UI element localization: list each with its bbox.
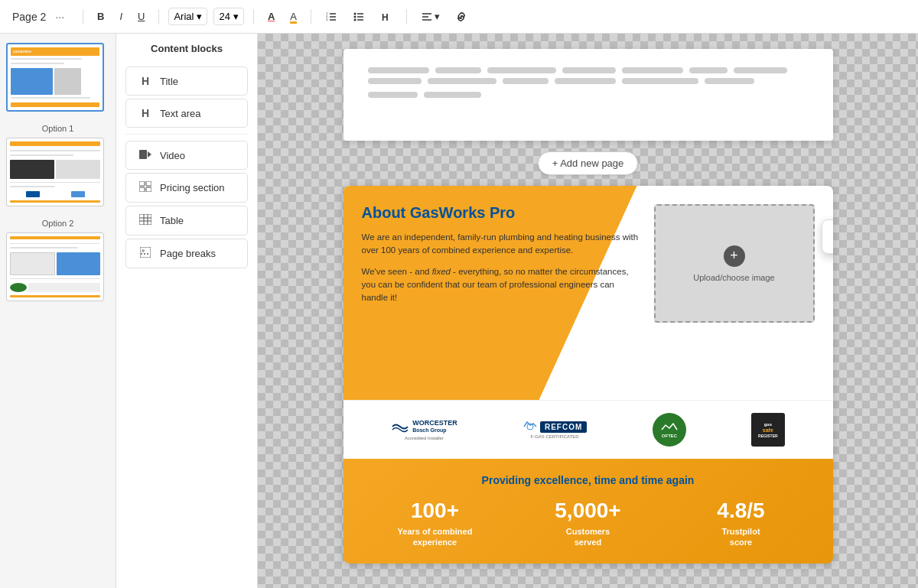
heading-block-icon: H bbox=[138, 75, 152, 87]
heading-icon: H bbox=[380, 11, 392, 23]
refcom-icon bbox=[522, 421, 538, 433]
link-button[interactable] bbox=[451, 8, 472, 26]
toolbar-sep-1 bbox=[83, 9, 83, 24]
page-label: Page 2 bbox=[12, 11, 46, 23]
block-label-text-area: Text area bbox=[160, 108, 200, 119]
svg-text:OFTEC: OFTEC bbox=[661, 434, 677, 438]
refcom-sub: F-GAS CERTIFICATED bbox=[531, 434, 579, 439]
thumb-group-1: GASWORKS bbox=[6, 43, 109, 112]
align-button[interactable]: ▾ bbox=[416, 8, 444, 26]
svg-rect-27 bbox=[140, 247, 151, 258]
page-card bbox=[343, 49, 833, 141]
block-item-title[interactable]: H Title bbox=[125, 67, 248, 96]
block-label-table: Table bbox=[160, 215, 184, 226]
stats-row: 100+ Years of combinedexperience 5,000+ … bbox=[359, 499, 818, 548]
stat-label-1: Customersserved bbox=[512, 526, 665, 548]
svg-rect-18 bbox=[139, 181, 145, 186]
unordered-list-button[interactable] bbox=[348, 8, 369, 26]
worcester-logo: WORCESTER Bosch Group Accredited Install… bbox=[391, 419, 457, 440]
about-image-col: + Upload/choose image 🖼 Image 👆 bbox=[654, 204, 815, 382]
worcester-bosch: Bosch Group bbox=[412, 427, 457, 434]
partners-row: WORCESTER Bosch Group Accredited Install… bbox=[343, 400, 833, 459]
image-tooltip: 🖼 Image bbox=[822, 219, 832, 254]
svg-point-28 bbox=[142, 249, 145, 252]
block-label-page-breaks: Page breaks bbox=[160, 248, 216, 259]
italic-button[interactable]: I bbox=[115, 8, 127, 25]
heading-button[interactable]: H bbox=[376, 8, 397, 26]
toolbar: Page 2 ··· B I U Arial ▾ 24 ▾ A A 1.2.3.… bbox=[0, 0, 918, 34]
thumbnail-1[interactable]: GASWORKS bbox=[6, 43, 104, 112]
text-color-button[interactable]: A bbox=[263, 8, 279, 25]
svg-point-11 bbox=[354, 18, 356, 21]
about-text-col: About GasWorks Pro We are an independent… bbox=[362, 204, 639, 382]
refcom-logo: REFCOM F-GAS CERTIFICATED bbox=[522, 421, 587, 439]
toolbar-sep-3 bbox=[253, 9, 254, 24]
toolbar-sep-4 bbox=[311, 9, 311, 24]
about-top-section: About GasWorks Pro We are an independent… bbox=[343, 186, 833, 400]
canvas-area: + Add new page About GasWorks Pro We are… bbox=[258, 34, 918, 588]
stat-number-1: 5,000+ bbox=[512, 499, 665, 523]
worcester-name: WORCESTER bbox=[412, 420, 457, 427]
page-text-block[interactable] bbox=[343, 49, 833, 141]
stat-number-0: 100+ bbox=[359, 499, 512, 523]
thumb-group-3: Option 2 bbox=[6, 219, 109, 301]
ordered-list-icon: 1.2.3. bbox=[325, 11, 337, 23]
upload-plus-icon: + bbox=[724, 245, 745, 267]
image-upload-label: Upload/choose image bbox=[693, 273, 774, 282]
ordered-list-button[interactable]: 1.2.3. bbox=[321, 8, 342, 26]
font-family-select[interactable]: Arial ▾ bbox=[168, 8, 207, 25]
block-item-text-area[interactable]: H Text area bbox=[125, 99, 248, 128]
svg-rect-20 bbox=[139, 187, 145, 192]
thumb-label-3: Option 2 bbox=[6, 219, 109, 228]
block-label-title: Title bbox=[160, 76, 178, 87]
about-card: About GasWorks Pro We are an independent… bbox=[343, 186, 833, 564]
main-layout: GASWORKS Option 1 bbox=[0, 34, 918, 588]
align-icon bbox=[421, 11, 433, 23]
toolbar-sep-5 bbox=[406, 9, 407, 24]
highlight-button[interactable]: A bbox=[285, 8, 301, 25]
thumbnail-3[interactable] bbox=[6, 232, 104, 301]
add-new-page-button[interactable]: + Add new page bbox=[538, 151, 639, 175]
pricing-block-icon bbox=[138, 181, 152, 194]
font-size-select[interactable]: 24 ▾ bbox=[213, 8, 243, 25]
table-block-icon bbox=[138, 214, 152, 227]
svg-rect-16 bbox=[139, 150, 147, 159]
about-content: About GasWorks Pro We are an independent… bbox=[343, 186, 833, 400]
stat-item-0: 100+ Years of combinedexperience bbox=[359, 499, 512, 548]
page-menu-dots[interactable]: ··· bbox=[55, 11, 64, 23]
svg-marker-17 bbox=[148, 151, 151, 158]
image-upload-box[interactable]: + Upload/choose image bbox=[654, 204, 815, 323]
gassafe-box: gas safe REGISTER bbox=[751, 413, 785, 447]
video-block-icon bbox=[138, 149, 152, 161]
svg-point-31 bbox=[656, 416, 683, 443]
svg-point-10 bbox=[354, 15, 356, 18]
text-placeholder bbox=[368, 67, 809, 98]
sidebar-thumbnails: GASWORKS Option 1 bbox=[0, 34, 116, 588]
block-label-video: Video bbox=[160, 150, 185, 161]
content-blocks-panel: Content blocks H Title H Text area Video… bbox=[116, 34, 258, 588]
svg-rect-22 bbox=[139, 214, 151, 225]
about-body-2: We've seen - and fixed - everything, so … bbox=[362, 265, 639, 305]
svg-point-9 bbox=[354, 12, 356, 15]
stats-title: Providing excellence, time and time agai… bbox=[359, 474, 818, 486]
text-area-block-icon: H bbox=[138, 107, 152, 119]
block-divider-1 bbox=[125, 134, 248, 135]
worcester-wave-icon bbox=[391, 419, 409, 434]
block-item-video[interactable]: Video bbox=[125, 141, 248, 170]
block-item-table[interactable]: Table bbox=[125, 206, 248, 236]
block-item-pricing[interactable]: Pricing section bbox=[125, 173, 248, 203]
underline-button[interactable]: U bbox=[133, 8, 149, 25]
about-body-1: We are an independent, family-run plumbi… bbox=[362, 231, 639, 258]
unordered-list-icon bbox=[353, 11, 365, 23]
thumbnail-2[interactable] bbox=[6, 138, 104, 206]
stats-section: Providing excellence, time and time agai… bbox=[343, 459, 833, 564]
stat-item-1: 5,000+ Customersserved bbox=[512, 499, 665, 548]
block-item-page-breaks[interactable]: Page breaks bbox=[125, 239, 248, 268]
about-title: About GasWorks Pro bbox=[362, 204, 639, 222]
toolbar-sep-2 bbox=[158, 9, 159, 24]
link-icon bbox=[455, 11, 467, 23]
oftec-circle: OFTEC bbox=[653, 413, 686, 447]
svg-text:3.: 3. bbox=[326, 18, 328, 21]
block-label-pricing: Pricing section bbox=[160, 182, 225, 193]
bold-button[interactable]: B bbox=[93, 8, 109, 25]
